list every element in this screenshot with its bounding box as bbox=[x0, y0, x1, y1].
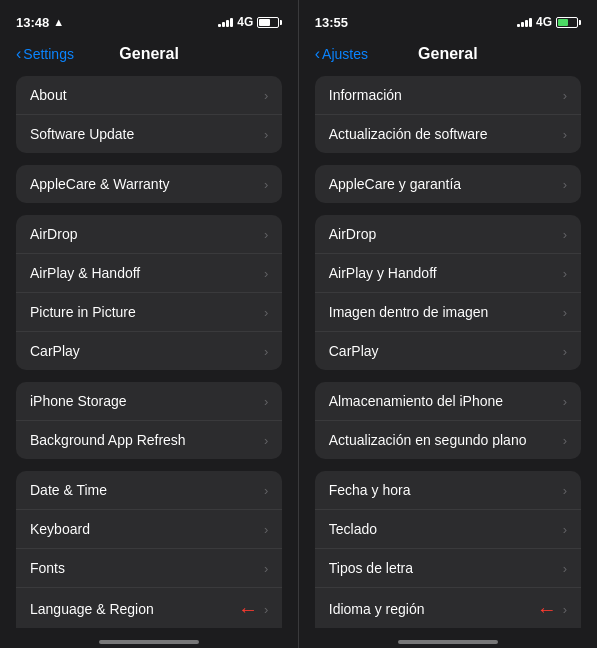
left-section-3: AirDrop › AirPlay & Handoff › Picture in… bbox=[16, 215, 282, 370]
home-bar bbox=[398, 640, 498, 644]
right-group-3: AirDrop › AirPlay y Handoff › Imagen den… bbox=[315, 215, 581, 370]
right-group-4: Almacenamiento del iPhone › Actualizació… bbox=[315, 382, 581, 459]
item-label: AirDrop bbox=[30, 226, 77, 242]
signal-bar-2 bbox=[222, 22, 225, 27]
list-item[interactable]: AirPlay & Handoff › bbox=[16, 254, 282, 293]
list-item[interactable]: AirDrop › bbox=[16, 215, 282, 254]
left-group-2: AppleCare & Warranty › bbox=[16, 165, 282, 203]
right-section-2: AppleCare y garantía › bbox=[315, 165, 581, 203]
right-group-5: Fecha y hora › Teclado › Tipos de letra … bbox=[315, 471, 581, 628]
red-arrow-icon: ← bbox=[537, 599, 557, 619]
list-item[interactable]: AirPlay y Handoff › bbox=[315, 254, 581, 293]
item-label: Keyboard bbox=[30, 521, 90, 537]
list-item[interactable]: Actualización de software › bbox=[315, 115, 581, 153]
chevron-right-icon: › bbox=[264, 266, 268, 281]
right-status-bar: 13:55 4G bbox=[299, 0, 597, 36]
battery-fill bbox=[259, 19, 269, 26]
list-item[interactable]: Background App Refresh › bbox=[16, 421, 282, 459]
list-item[interactable]: Keyboard › bbox=[16, 510, 282, 549]
chevron-right-icon: › bbox=[563, 561, 567, 576]
chevron-right-icon: › bbox=[264, 227, 268, 242]
language-region-item[interactable]: Language & Region ← › bbox=[16, 588, 282, 628]
idioma-region-item[interactable]: Idioma y región ← › bbox=[315, 588, 581, 628]
item-label: About bbox=[30, 87, 67, 103]
chevron-right-icon: › bbox=[563, 305, 567, 320]
list-item[interactable]: Picture in Picture › bbox=[16, 293, 282, 332]
network-type: 4G bbox=[237, 15, 253, 29]
right-time: 13:55 bbox=[315, 15, 348, 30]
left-back-button[interactable]: ‹ Settings bbox=[16, 45, 74, 63]
list-item[interactable]: About › bbox=[16, 76, 282, 115]
item-label: AppleCare y garantía bbox=[329, 176, 461, 192]
list-item[interactable]: Almacenamiento del iPhone › bbox=[315, 382, 581, 421]
item-label: Idioma y región bbox=[329, 601, 425, 617]
item-label: AppleCare & Warranty bbox=[30, 176, 170, 192]
chevron-right-icon: › bbox=[563, 266, 567, 281]
signal-bar-3 bbox=[525, 20, 528, 27]
item-label: Información bbox=[329, 87, 402, 103]
list-item[interactable]: CarPlay › bbox=[315, 332, 581, 370]
item-label: Almacenamiento del iPhone bbox=[329, 393, 503, 409]
list-item[interactable]: AppleCare y garantía › bbox=[315, 165, 581, 203]
list-item[interactable]: AirDrop › bbox=[315, 215, 581, 254]
item-label: CarPlay bbox=[329, 343, 379, 359]
chevron-right-icon: › bbox=[264, 522, 268, 537]
list-item[interactable]: Software Update › bbox=[16, 115, 282, 153]
signal-bar-3 bbox=[226, 20, 229, 27]
list-item[interactable]: Imagen dentro de imagen › bbox=[315, 293, 581, 332]
item-label: Fonts bbox=[30, 560, 65, 576]
right-panel: 13:55 4G ‹ Ajustes General bbox=[299, 0, 597, 648]
left-time: 13:48 ▲ bbox=[16, 15, 64, 30]
battery-fill bbox=[558, 19, 568, 26]
list-item[interactable]: Date & Time › bbox=[16, 471, 282, 510]
left-nav-bar: ‹ Settings General bbox=[0, 36, 298, 76]
time-display: 13:48 bbox=[16, 15, 49, 30]
back-label: Ajustes bbox=[322, 46, 368, 62]
right-group-1: Información › Actualización de software … bbox=[315, 76, 581, 153]
list-item[interactable]: Fonts › bbox=[16, 549, 282, 588]
chevron-right-icon: › bbox=[264, 483, 268, 498]
chevron-right-icon: › bbox=[563, 433, 567, 448]
item-label: Actualización en segundo plano bbox=[329, 432, 527, 448]
signal-bar-2 bbox=[521, 22, 524, 27]
red-arrow-icon: ← bbox=[238, 599, 258, 619]
back-label: Settings bbox=[23, 46, 74, 62]
left-panel: 13:48 ▲ 4G ‹ Settings General bbox=[0, 0, 298, 648]
chevron-right-icon: › bbox=[563, 88, 567, 103]
left-status-bar: 13:48 ▲ 4G bbox=[0, 0, 298, 36]
list-item[interactable]: CarPlay › bbox=[16, 332, 282, 370]
list-item[interactable]: Actualización en segundo plano › bbox=[315, 421, 581, 459]
list-item[interactable]: iPhone Storage › bbox=[16, 382, 282, 421]
list-item[interactable]: Tipos de letra › bbox=[315, 549, 581, 588]
battery-body bbox=[556, 17, 578, 28]
list-item[interactable]: AppleCare & Warranty › bbox=[16, 165, 282, 203]
chevron-right-icon: › bbox=[264, 88, 268, 103]
home-bar bbox=[99, 640, 199, 644]
list-item[interactable]: Información › bbox=[315, 76, 581, 115]
list-item[interactable]: Fecha y hora › bbox=[315, 471, 581, 510]
item-label: Tipos de letra bbox=[329, 560, 413, 576]
item-label: AirPlay y Handoff bbox=[329, 265, 437, 281]
network-type: 4G bbox=[536, 15, 552, 29]
item-right: ← › bbox=[238, 599, 268, 619]
left-group-4: iPhone Storage › Background App Refresh … bbox=[16, 382, 282, 459]
chevron-right-icon: › bbox=[563, 127, 567, 142]
item-label: Teclado bbox=[329, 521, 377, 537]
right-nav-title: General bbox=[418, 45, 478, 63]
right-status-icons: 4G bbox=[517, 15, 581, 29]
chevron-right-icon: › bbox=[563, 177, 567, 192]
list-item[interactable]: Teclado › bbox=[315, 510, 581, 549]
chevron-right-icon: › bbox=[563, 483, 567, 498]
signal-bar-1 bbox=[517, 24, 520, 27]
back-chevron: ‹ bbox=[16, 45, 21, 63]
signal-bar-1 bbox=[218, 24, 221, 27]
right-back-button[interactable]: ‹ Ajustes bbox=[315, 45, 368, 63]
battery-body bbox=[257, 17, 279, 28]
battery-icon bbox=[257, 17, 282, 28]
time-display: 13:55 bbox=[315, 15, 348, 30]
battery-tip bbox=[280, 20, 282, 25]
battery-icon bbox=[556, 17, 581, 28]
battery-tip bbox=[579, 20, 581, 25]
item-label: Imagen dentro de imagen bbox=[329, 304, 489, 320]
chevron-right-icon: › bbox=[264, 394, 268, 409]
